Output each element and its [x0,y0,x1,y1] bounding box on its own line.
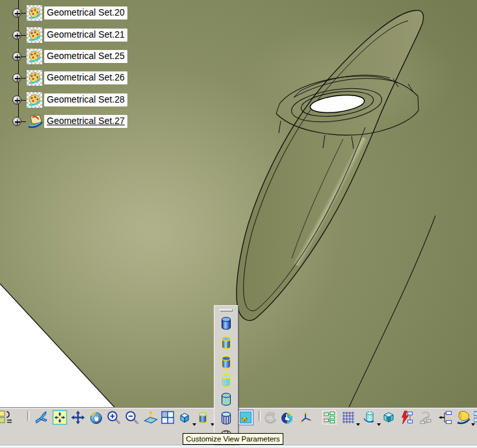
bottom-toolbar [0,407,477,426]
view-mode-button-shading-with-edges-icon[interactable] [195,410,211,425]
wireframe-icon[interactable] [218,410,235,427]
volume-cube-icon[interactable] [381,410,396,425]
tree-item-label[interactable]: Geometrical Set.21 [44,29,127,42]
rotate-hand-icon[interactable] [88,410,104,425]
fly-mode-airplane-icon[interactable] [34,410,49,425]
tree-branch-line [21,100,26,101]
grid-icon[interactable] [341,410,356,425]
shading-with-edges-and-hidden-edges-icon[interactable] [218,372,235,389]
expand-plus-icon[interactable] [12,8,21,18]
examine-pointer-icon[interactable] [279,410,295,425]
specification-tree: Geometrical Set.20 Geometrical Set.21 [0,0,169,143]
tree-item-label[interactable]: Geometrical Set.25 [44,50,127,63]
expand-plus-icon[interactable] [12,31,21,40]
toolbar-separator [27,411,29,421]
parents-children-icon[interactable] [437,410,453,425]
geometrical-set-hidden-icon[interactable] [27,49,42,64]
manual-update-disabled-icon[interactable] [418,410,433,425]
view-mode-flyout-toolbar [214,305,238,445]
dropdown-arrow-icon[interactable] [356,423,360,426]
isometric-view-icon[interactable] [177,410,192,425]
geometrical-set-hidden-icon[interactable] [27,70,42,86]
tree-item-label-current[interactable]: Geometrical Set.27 [44,115,127,128]
shading-with-material-icon[interactable] [218,391,235,408]
geometrical-set-icon[interactable] [27,114,42,129]
flyout-drag-handle[interactable] [220,309,233,312]
toolbar-fragment-right-icon[interactable] [474,410,477,425]
shading-icon[interactable] [218,315,235,332]
tree-item-label[interactable]: Geometrical Set.28 [44,93,127,106]
tree-item-label[interactable]: Geometrical Set.26 [44,71,127,84]
normal-view-icon[interactable] [143,410,159,425]
zoom-out-icon[interactable] [124,410,140,425]
catia-window: Geometrical Set.20 Geometrical Set.21 [0,0,477,448]
tree-branch-line [21,78,26,79]
zoom-in-icon[interactable] [106,410,122,425]
tree-branch-line [21,56,26,57]
toolbar-separator [259,411,261,421]
tree-branch-line [21,35,26,36]
multi-view-icon[interactable] [160,410,175,425]
expand-plus-icon[interactable] [12,95,21,105]
hide-show-icon[interactable] [238,410,253,425]
update-lightning-icon[interactable] [398,410,414,425]
shading-with-edges-without-smooth-edges-icon[interactable] [218,354,235,371]
fit-all-in-icon[interactable] [52,410,68,425]
spin-disabled-icon[interactable] [263,410,278,425]
geometrical-set-hidden-icon[interactable] [27,27,42,43]
bottom-panel-edge [0,445,477,448]
revolve-cylinder-icon[interactable] [361,410,377,425]
tree-branch-line [21,13,26,14]
geometrical-set-hidden-icon[interactable] [27,92,42,108]
knowledge-toolbar-fragment-icon[interactable] [0,410,13,425]
shading-with-edges-icon[interactable] [218,334,235,351]
expand-plus-icon[interactable] [12,117,21,126]
tooltip: Customize View Parameters [183,433,283,445]
tree-trunk-line [18,0,19,125]
axis-system-icon[interactable] [298,410,313,425]
expand-plus-icon[interactable] [12,73,21,82]
pan-icon[interactable] [70,410,86,425]
catalog-browser-icon[interactable] [456,410,471,425]
tree-item-label[interactable]: Geometrical Set.20 [44,6,127,19]
geometrical-set-hidden-icon[interactable] [27,5,42,21]
tree-branch-line [21,121,26,122]
expand-plus-icon[interactable] [12,52,21,61]
specifications-overview-icon[interactable] [322,410,337,425]
